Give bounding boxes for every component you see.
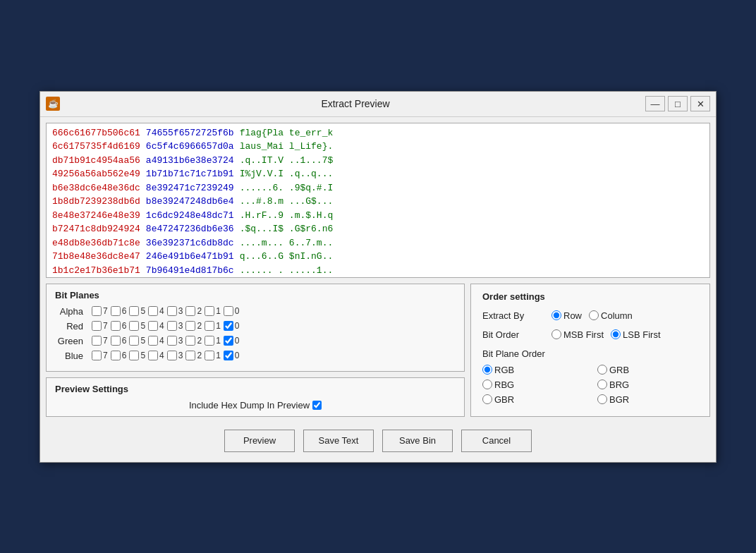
bit-order-label: Bit Order xyxy=(482,329,546,340)
extract-by-row: Extract By Row Column xyxy=(482,310,698,321)
right-panel: Order settings Extract By Row Column xyxy=(470,284,710,417)
bit-plane-grid: RGB GRB RBG BRG xyxy=(482,365,698,405)
preview-line: b72471c8db924924 8e47247236db6e36 .$q...… xyxy=(52,222,704,236)
red-channel-row: Red 7 6 5 4 3 2 1 0 xyxy=(55,321,456,332)
alpha-bit4[interactable]: 4 xyxy=(148,306,164,316)
blue-bit7[interactable]: 7 xyxy=(92,351,108,360)
main-window: ☕ Extract Preview — □ ✕ 666c61677b506c61… xyxy=(39,91,717,463)
preview-line: b6e38dc6e48e36dc 8e392471c7239249 ......… xyxy=(52,181,704,195)
green-bit3[interactable]: 3 xyxy=(167,336,183,346)
red-bit2[interactable]: 2 xyxy=(185,321,202,331)
red-bit1[interactable]: 1 xyxy=(205,321,221,331)
minimize-button[interactable]: — xyxy=(645,96,665,111)
blue-bit4[interactable]: 4 xyxy=(148,351,164,360)
panels-container: Bit Planes Alpha 7 6 5 4 3 2 1 0 Red xyxy=(46,284,710,417)
save-text-button[interactable]: Save Text xyxy=(303,430,374,452)
title-bar: ☕ Extract Preview — □ ✕ xyxy=(40,92,716,117)
lsb-first-option[interactable]: LSB First xyxy=(611,329,660,340)
preview-button[interactable]: Preview xyxy=(224,430,295,452)
red-bit3[interactable]: 3 xyxy=(167,321,183,331)
hex-dump-checkbox[interactable] xyxy=(312,401,322,410)
blue-bit0[interactable]: 0 xyxy=(224,351,240,360)
green-bit1[interactable]: 1 xyxy=(205,336,221,346)
green-bit4[interactable]: 4 xyxy=(148,336,164,346)
alpha-bit7[interactable]: 7 xyxy=(92,306,108,316)
extract-by-group: Row Column xyxy=(551,310,633,321)
alpha-bit5[interactable]: 5 xyxy=(129,306,145,316)
grb-option[interactable]: GRB xyxy=(597,365,698,375)
extract-by-column-option[interactable]: Column xyxy=(589,310,633,321)
preview-line: e48db8e36db71c8e 36e392371c6db8dc ....m.… xyxy=(52,236,704,250)
bit-planes-title: Bit Planes xyxy=(55,290,456,300)
bit-plane-order-section: Bit Plane Order RGB GRB RBG xyxy=(482,348,698,405)
blue-label: Blue xyxy=(55,351,89,361)
blue-bit6[interactable]: 6 xyxy=(111,351,127,360)
blue-bit3[interactable]: 3 xyxy=(167,351,183,360)
extract-by-label: Extract By xyxy=(482,310,546,321)
green-bit0[interactable]: 0 xyxy=(224,336,240,346)
green-bit7[interactable]: 7 xyxy=(92,336,108,346)
gbr-option[interactable]: GBR xyxy=(482,394,583,405)
red-bit6[interactable]: 6 xyxy=(111,321,127,331)
alpha-bit1[interactable]: 1 xyxy=(205,306,221,316)
alpha-channel-row: Alpha 7 6 5 4 3 2 1 0 xyxy=(55,306,456,317)
alpha-label: Alpha xyxy=(55,306,89,317)
alpha-bit3[interactable]: 3 xyxy=(167,306,183,316)
preview-line: 1b8db7239238db6d b8e39247248db6e4 ...#.8… xyxy=(52,195,704,209)
preview-settings-box: Preview Settings Include Hex Dump In Pre… xyxy=(46,377,465,417)
red-bit7[interactable]: 7 xyxy=(92,321,108,331)
alpha-bit0[interactable]: 0 xyxy=(224,306,240,316)
bgr-option[interactable]: BGR xyxy=(597,394,698,405)
bit-plane-order-title: Bit Plane Order xyxy=(482,348,698,359)
red-bit4[interactable]: 4 xyxy=(148,321,164,331)
blue-bit2[interactable]: 2 xyxy=(185,351,202,360)
preview-settings-title: Preview Settings xyxy=(55,384,456,394)
left-panel: Bit Planes Alpha 7 6 5 4 3 2 1 0 Red xyxy=(46,284,465,417)
alpha-bit6[interactable]: 6 xyxy=(111,306,127,316)
app-icon: ☕ xyxy=(46,97,60,111)
red-bit5[interactable]: 5 xyxy=(129,321,145,331)
blue-bit1[interactable]: 1 xyxy=(205,351,221,360)
alpha-bit2[interactable]: 2 xyxy=(185,306,202,316)
red-bit0[interactable]: 0 xyxy=(224,321,240,331)
blue-channel-row: Blue 7 6 5 4 3 2 1 0 xyxy=(55,351,456,361)
preview-settings-inner: Include Hex Dump In Preview xyxy=(55,400,456,411)
green-bit5[interactable]: 5 xyxy=(129,336,145,346)
green-bit2[interactable]: 2 xyxy=(185,336,202,346)
window-controls: — □ ✕ xyxy=(645,96,710,111)
preview-line: 71b8e48e36dc8e47 246e491b6e471b91 q...6.… xyxy=(52,250,704,264)
rbg-option[interactable]: RBG xyxy=(482,379,583,390)
preview-text-area[interactable]: 666c61677b506c61 74655f6572725f6b flag{P… xyxy=(46,123,710,278)
close-button[interactable]: ✕ xyxy=(690,96,710,111)
preview-line: 1b1c2e17b36e1b71 7b96491e4d817b6c ......… xyxy=(52,264,704,278)
preview-line: db71b91c4954aa56 a49131b6e38e3724 .q..IT… xyxy=(52,154,704,168)
rgb-option[interactable]: RGB xyxy=(482,365,583,375)
preview-line: 6c6175735f4d6169 6c5f4c6966657d0a laus_M… xyxy=(52,140,704,154)
brg-option[interactable]: BRG xyxy=(597,379,698,390)
green-label: Green xyxy=(55,336,89,346)
extract-by-row-option[interactable]: Row xyxy=(551,310,582,321)
save-bin-button[interactable]: Save Bin xyxy=(382,430,453,452)
bit-planes-box: Bit Planes Alpha 7 6 5 4 3 2 1 0 Red xyxy=(46,284,465,372)
order-settings-title: Order settings xyxy=(482,291,698,302)
cancel-button[interactable]: Cancel xyxy=(461,430,532,452)
preview-line: 49256a56ab562e49 1b71b71c71c71b91 I%jV.V… xyxy=(52,167,704,181)
preview-line: 666c61677b506c61 74655f6572725f6b flag{P… xyxy=(52,126,704,140)
bit-order-row: Bit Order MSB First LSB First xyxy=(482,329,698,340)
window-title: Extract Preview xyxy=(66,98,645,109)
msb-first-option[interactable]: MSB First xyxy=(551,329,604,340)
bottom-bar: Preview Save Text Save Bin Cancel xyxy=(40,423,716,462)
green-channel-row: Green 7 6 5 4 3 2 1 0 xyxy=(55,336,456,346)
bit-order-group: MSB First LSB First xyxy=(551,329,661,340)
maximize-button[interactable]: □ xyxy=(668,96,688,111)
hex-dump-label[interactable]: Include Hex Dump In Preview xyxy=(189,400,322,411)
blue-bit5[interactable]: 5 xyxy=(129,351,145,360)
green-bit6[interactable]: 6 xyxy=(111,336,127,346)
preview-line: 8e48e37246e48e39 1c6dc9248e48dc71 .H.rF.… xyxy=(52,209,704,223)
red-label: Red xyxy=(55,321,89,332)
